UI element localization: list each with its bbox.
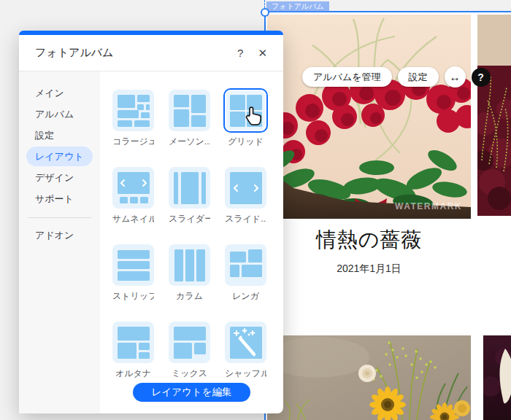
photo-album-widget[interactable]: WATERMARK — [264, 12, 511, 420]
selection-handle[interactable] — [261, 8, 269, 17]
watermark-label: WATERMARK — [395, 201, 462, 211]
album-caption: 情熱の薔薇 2021年1月1日 — [267, 226, 471, 276]
sidebar-item-settings[interactable]: 設定 — [26, 125, 93, 145]
panel-close-button[interactable]: ✕ — [258, 47, 267, 60]
photo-album-settings-panel: フォトアルバム ? ✕ メイン アルバム 設定 レイアウト デザイン サポート … — [19, 31, 283, 413]
layout-picker: コラージュ メーソン... — [100, 71, 283, 413]
layout-option-brick[interactable]: レンガ — [225, 244, 266, 303]
sidebar-divider — [28, 217, 91, 218]
album-settings-button[interactable]: 設定 — [398, 67, 439, 87]
sidebar-item-album[interactable]: アルバム — [26, 104, 93, 124]
layout-tile-grid: コラージュ メーソン... — [112, 90, 283, 380]
album-help-icon[interactable]: ? — [472, 68, 491, 87]
layout-option-mix[interactable]: ミックス — [169, 322, 210, 380]
layout-label: ミックス — [169, 368, 210, 380]
mix-layout-icon — [174, 327, 206, 359]
album-photo-sunflowers[interactable] — [267, 335, 471, 420]
slideshow-layout-icon — [230, 172, 262, 204]
layout-option-masonry[interactable]: メーソン... — [169, 90, 210, 148]
layout-label: レンガ — [225, 290, 266, 303]
sidebar-item-support[interactable]: サポート — [26, 189, 93, 209]
slider-layout-icon — [174, 172, 206, 204]
panel-help-button[interactable]: ? — [237, 47, 243, 59]
layout-option-shuffle[interactable]: シャッフル — [225, 322, 266, 380]
editor-canvas: WATERMARK — [0, 0, 511, 420]
layout-label: スライダー — [169, 213, 210, 225]
layout-option-thumbnail[interactable]: サムネイル — [112, 167, 154, 225]
strip-layout-icon — [118, 249, 150, 281]
layout-option-alternate[interactable]: オルタナ — [112, 322, 154, 380]
layout-label: コラージュ — [112, 136, 154, 148]
alternate-layout-icon — [118, 327, 150, 359]
shuffle-wand-layout-icon — [230, 327, 262, 359]
masonry-layout-icon — [174, 95, 206, 127]
layout-label: オルタナ — [112, 368, 154, 380]
columns-layout-icon — [174, 249, 206, 281]
resize-arrows-icon[interactable]: ↔ — [445, 66, 466, 88]
layout-label: スライド... — [225, 213, 266, 225]
panel-body: メイン アルバム 設定 レイアウト デザイン サポート アドオン — [19, 71, 283, 413]
layout-option-slider[interactable]: スライダー — [169, 167, 210, 225]
layout-option-columns[interactable]: カラム — [169, 244, 210, 303]
layout-label: サムネイル — [112, 213, 154, 225]
dark-roses-photo-illustration — [477, 15, 511, 216]
album-overlay-controls: アルバムを管理 設定 ↔ ? — [302, 66, 491, 88]
panel-header: フォトアルバム ? ✕ — [19, 35, 283, 71]
layout-option-collage[interactable]: コラージュ — [112, 90, 154, 148]
edit-layout-button[interactable]: レイアウトを編集 — [133, 383, 250, 402]
panel-title: フォトアルバム — [35, 46, 223, 60]
layout-label: カラム — [169, 290, 210, 303]
manage-album-button[interactable]: アルバムを管理 — [302, 67, 392, 87]
roses-photo-illustration — [267, 15, 471, 219]
sidebar-item-main[interactable]: メイン — [26, 83, 93, 103]
panel-sidebar: メイン アルバム 設定 レイアウト デザイン サポート アドオン — [19, 71, 100, 413]
layout-option-grid[interactable]: グリッド — [225, 90, 266, 148]
collage-layout-icon — [118, 95, 150, 127]
album-photo-petal[interactable] — [483, 335, 511, 420]
layout-label: シャッフル — [225, 368, 266, 380]
layout-option-slideshow[interactable]: スライド... — [225, 167, 266, 225]
layout-label: メーソン... — [169, 136, 210, 148]
brick-layout-icon — [230, 249, 262, 281]
album-cover-photo[interactable]: WATERMARK — [267, 15, 471, 219]
petal-photo-illustration — [483, 335, 511, 420]
hand-cursor-icon — [244, 106, 264, 127]
album-date: 2021年1月1日 — [267, 262, 471, 276]
sidebar-item-layout[interactable]: レイアウト — [26, 147, 93, 166]
selection-tag: フォトアルバム — [266, 1, 329, 12]
sidebar-item-addons[interactable]: アドオン — [26, 225, 93, 245]
sunflowers-photo-illustration — [267, 335, 471, 420]
album-photo-peek[interactable] — [477, 15, 511, 216]
sidebar-item-design[interactable]: デザイン — [26, 168, 93, 187]
thumbnail-layout-icon — [118, 172, 150, 204]
layout-option-strip[interactable]: ストリップ — [112, 244, 154, 303]
album-title: 情熱の薔薇 — [267, 226, 471, 254]
layout-label: グリッド — [225, 136, 266, 148]
layout-label: ストリップ — [112, 290, 154, 303]
